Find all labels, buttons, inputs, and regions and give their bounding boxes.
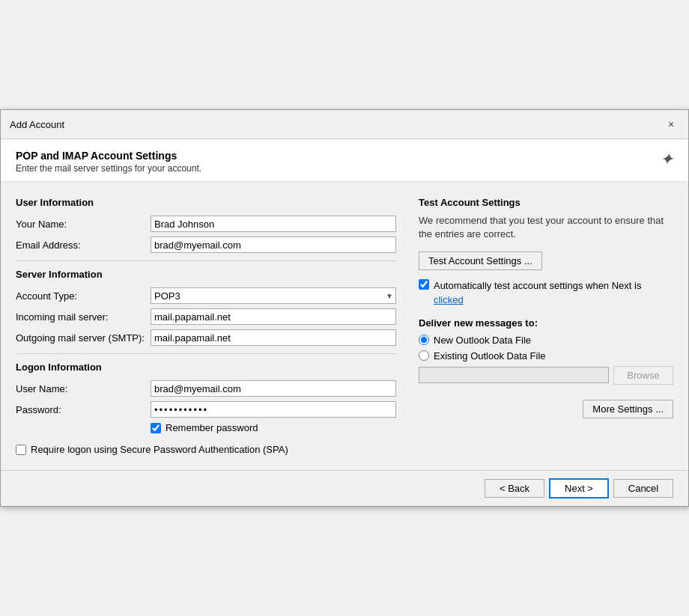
username-label: User Name: — [16, 383, 151, 394]
account-type-label: Account Type: — [16, 290, 151, 302]
outgoing-label: Outgoing mail server (SMTP): — [16, 332, 151, 344]
header-icon: ✦ — [660, 150, 673, 168]
new-outlook-row: New Outlook Data File — [419, 335, 673, 346]
left-panel: User Information Your Name: Email Addres… — [16, 197, 396, 455]
content-area: User Information Your Name: Email Addres… — [1, 182, 688, 470]
browse-row: Browse — [419, 366, 673, 385]
remember-password-label[interactable]: Remember password — [166, 422, 258, 433]
user-info-title: User Information — [16, 197, 396, 208]
remember-password-row: Remember password — [151, 422, 396, 433]
outgoing-server-row: Outgoing mail server (SMTP): — [16, 329, 396, 346]
password-input[interactable] — [151, 401, 396, 418]
bottom-bar: < Back Next > Cancel — [1, 470, 688, 506]
divider-2 — [16, 353, 396, 354]
auto-test-text: Automatically test account settings when… — [434, 280, 641, 291]
incoming-server-row: Incoming mail server: — [16, 308, 396, 325]
password-label: Password: — [16, 404, 151, 415]
test-account-btn-wrapper: Test Account Settings ... — [419, 251, 673, 270]
auto-test-row: Automatically test account settings when… — [419, 279, 673, 306]
test-account-desc: We recommend that you test your account … — [419, 214, 673, 241]
existing-outlook-row: Existing Outlook Data File — [419, 350, 673, 362]
your-name-label: Your Name: — [16, 219, 151, 230]
your-name-row: Your Name: — [16, 216, 396, 232]
dialog-title: Add Account — [10, 119, 64, 130]
existing-outlook-radio[interactable] — [419, 350, 429, 361]
header-title: POP and IMAP Account Settings — [16, 150, 201, 162]
test-account-title: Test Account Settings — [419, 197, 673, 208]
cancel-button[interactable]: Cancel — [613, 479, 673, 498]
spa-row: Require logon using Secure Password Auth… — [16, 444, 396, 455]
existing-outlook-label[interactable]: Existing Outlook Data File — [434, 350, 546, 362]
outgoing-server-input[interactable] — [151, 329, 396, 346]
email-label: Email Address: — [16, 240, 151, 251]
your-name-input[interactable] — [151, 216, 396, 232]
incoming-label: Incoming mail server: — [16, 311, 151, 323]
new-outlook-radio[interactable] — [419, 335, 429, 345]
deliver-title: Deliver new messages to: — [419, 317, 673, 329]
next-button[interactable]: Next > — [549, 478, 609, 498]
back-button[interactable]: < Back — [485, 479, 544, 498]
browse-button[interactable]: Browse — [613, 366, 673, 385]
spa-label[interactable]: Require logon using Secure Password Auth… — [31, 444, 288, 455]
header-subtitle: Enter the mail server settings for your … — [16, 163, 201, 174]
test-account-settings-button[interactable]: Test Account Settings ... — [419, 251, 542, 270]
account-type-wrapper: POP3 IMAP ▼ — [151, 287, 396, 304]
email-row: Email Address: — [16, 237, 396, 253]
server-info-title: Server Information — [16, 269, 396, 280]
more-settings-button[interactable]: More Settings ... — [583, 400, 673, 418]
new-outlook-label[interactable]: New Outlook Data File — [434, 335, 531, 346]
auto-test-checkbox[interactable] — [419, 279, 429, 290]
auto-test-label[interactable]: Automatically test account settings when… — [434, 279, 673, 306]
incoming-server-input[interactable] — [151, 308, 396, 325]
header-section: POP and IMAP Account Settings Enter the … — [1, 139, 688, 182]
add-account-dialog: Add Account × POP and IMAP Account Setti… — [0, 109, 689, 507]
spa-checkbox[interactable] — [16, 445, 26, 455]
auto-test-link[interactable]: clicked — [434, 294, 464, 305]
more-settings-row: More Settings ... — [419, 400, 673, 418]
right-panel: Test Account Settings We recommend that … — [419, 197, 673, 455]
close-button[interactable]: × — [663, 116, 679, 132]
username-row: User Name: — [16, 380, 396, 397]
logon-info-title: Logon Information — [16, 362, 396, 373]
username-input[interactable] — [151, 380, 396, 397]
existing-file-input[interactable] — [419, 367, 609, 383]
title-bar: Add Account × — [1, 110, 688, 139]
remember-password-checkbox[interactable] — [151, 423, 161, 433]
account-type-select[interactable]: POP3 IMAP — [151, 287, 396, 304]
password-row: Password: — [16, 401, 396, 418]
email-input[interactable] — [151, 237, 396, 253]
account-type-row: Account Type: POP3 IMAP ▼ — [16, 287, 396, 304]
header-text: POP and IMAP Account Settings Enter the … — [16, 150, 201, 174]
divider-1 — [16, 260, 396, 261]
